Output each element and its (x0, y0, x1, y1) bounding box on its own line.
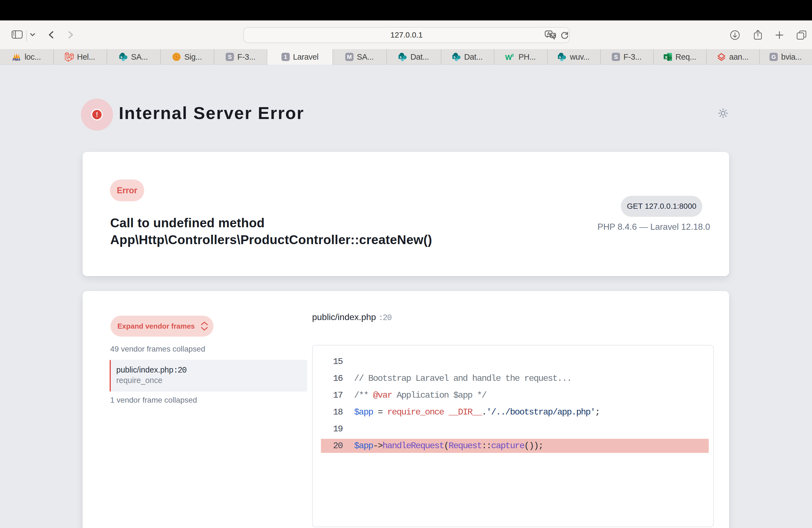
svg-text:s: s (453, 55, 455, 59)
svg-text:s: s (120, 55, 122, 59)
svg-text:PMA: PMA (12, 57, 20, 61)
svg-text:W: W (505, 53, 512, 61)
svg-text:s: s (400, 55, 402, 59)
svg-text:s: s (559, 55, 561, 59)
svg-text:3: 3 (511, 53, 514, 57)
svg-text:A: A (547, 31, 550, 36)
svg-text:x: x (665, 55, 667, 59)
